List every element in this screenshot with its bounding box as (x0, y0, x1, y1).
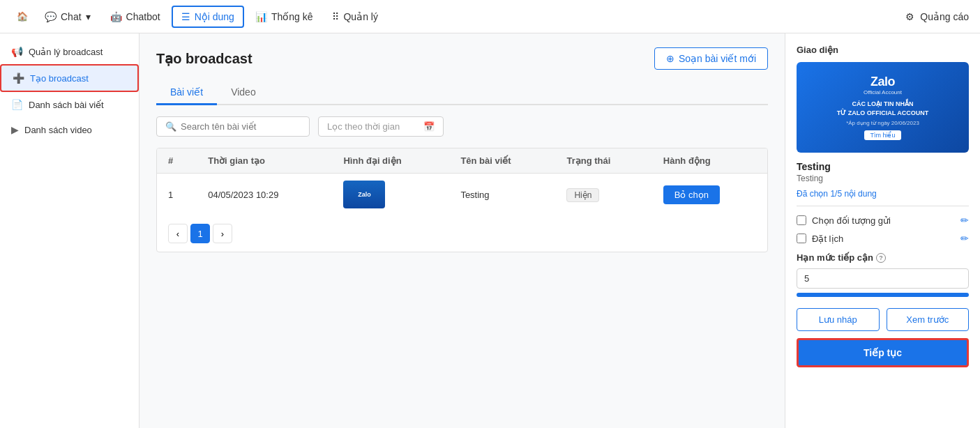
col-date: Thời gian tạo (197, 148, 332, 174)
tab-bai-viet-label: Bài viết (170, 86, 203, 98)
banner-headline-2: TỪ ZALO OFFICIAL ACCOUNT (837, 109, 929, 118)
edit-doi-tuong-icon[interactable]: ✏ (960, 215, 969, 226)
page-title: Tạo broadcast (156, 50, 252, 67)
thong-ke-icon: 📊 (255, 11, 267, 22)
pagination: ‹ 1 › (157, 215, 767, 252)
plus-icon: ⊕ (666, 53, 674, 64)
sidebar-label-bai-viet: Danh sách bài viết (29, 100, 104, 110)
han-muc-input[interactable] (797, 268, 969, 289)
selected-count: Đã chọn 1/5 nội dung (797, 189, 969, 206)
main-content: Tạo broadcast ⊕ Soạn bài viết mới Bài vi… (140, 33, 785, 428)
col-action: Hành động (652, 148, 767, 174)
home-button[interactable]: 🏠 (11, 6, 33, 28)
nav-quan-ly-label: Quản lý (343, 11, 377, 22)
noi-dung-icon: ☰ (181, 11, 190, 22)
selected-suffix: nội dung (844, 189, 876, 199)
banner-btn[interactable]: Tìm hiểu (864, 130, 900, 140)
nav-chat[interactable]: 💬 Chat ▾ (36, 7, 99, 26)
new-article-button[interactable]: ⊕ Soạn bài viết mới (654, 47, 768, 70)
next-icon: › (221, 229, 224, 239)
document-icon: 📄 (11, 99, 23, 110)
nav-quan-ly[interactable]: ⠿ Quản lý (324, 7, 386, 26)
calendar-icon: 📅 (423, 121, 435, 132)
search-input[interactable] (181, 121, 301, 132)
table-header-row: # Thời gian tạo Hình đại diện Tên bài vi… (157, 148, 767, 174)
selected-value: 1/5 (830, 189, 842, 199)
checkbox-row-doi-tuong: Chọn đối tượng gửi ✏ (797, 215, 969, 226)
checkbox-doi-tuong-label: Chọn đối tượng gửi (812, 215, 955, 226)
selected-item-sub: Testing (797, 174, 969, 183)
date-filter-label: Lọc theo thời gian (327, 121, 400, 132)
next-page-button[interactable]: › (213, 224, 232, 243)
sidebar-label-quan-ly: Quản lý broadcast (29, 47, 103, 57)
cell-date: 04/05/2023 10:29 (197, 174, 332, 216)
prev-icon: ‹ (176, 229, 179, 239)
han-muc-title: Hạn mức tiếp cận ? (797, 252, 969, 263)
add-icon: ➕ (13, 72, 24, 84)
banner-brand: Official Account (837, 89, 929, 95)
tab-video-label: Video (231, 86, 256, 98)
nav-chatbot[interactable]: 🤖 Chatbot (102, 7, 169, 26)
col-index: # (157, 148, 197, 174)
video-icon: ▶ (11, 124, 19, 135)
nav-chatbot-label: Chatbot (126, 11, 160, 22)
page-1-label: 1 (197, 229, 202, 239)
han-muc-label: Hạn mức tiếp cận (797, 252, 873, 263)
sidebar-item-danh-sach-bai-viet[interactable]: 📄 Danh sách bài viết (0, 92, 139, 117)
search-icon: 🔍 (165, 121, 176, 132)
save-draft-button[interactable]: Lưu nháp (797, 308, 880, 331)
status-badge: Hiện (566, 188, 599, 202)
sidebar-item-tao-broadcast[interactable]: ➕ Tạo broadcast (0, 64, 139, 92)
nav-chat-label: Chat (61, 11, 82, 22)
chatbot-icon: 🤖 (110, 11, 122, 22)
thumbnail-content: Zalo (343, 181, 385, 208)
chat-arrow-icon: ▾ (86, 11, 91, 22)
col-status: Trạng thái (555, 148, 651, 174)
right-panel: Giao diện Zalo Official Account CÁC LOẠI… (785, 33, 980, 428)
panel-banner: Zalo Official Account CÁC LOẠI TIN NHẮN … (797, 62, 969, 153)
cell-thumbnail: Zalo (332, 174, 449, 216)
checkbox-dat-lich-label: Đặt lịch (812, 234, 955, 244)
main-header: Tạo broadcast ⊕ Soạn bài viết mới (156, 47, 768, 70)
col-title: Tên bài viết (449, 148, 555, 174)
sidebar-label-video: Danh sách video (24, 125, 92, 135)
checkbox-doi-tuong[interactable] (797, 215, 806, 225)
table-row: 1 04/05/2023 10:29 Zalo Testing Hiện (157, 174, 767, 216)
sidebar-item-quan-ly-broadcast[interactable]: 📢 Quản lý broadcast (0, 39, 139, 64)
help-icon[interactable]: ? (876, 253, 886, 263)
zalo-logo-small: Zalo (358, 191, 371, 198)
nav-thong-ke-label: Thống kê (271, 11, 313, 22)
slider-bar[interactable] (797, 293, 969, 297)
cell-article-title: Testing (449, 174, 555, 216)
sidebar-label-tao: Tạo broadcast (30, 73, 89, 84)
article-thumbnail: Zalo (343, 181, 385, 208)
checkbox-row-dat-lich: Đặt lịch ✏ (797, 233, 969, 244)
page-1-button[interactable]: 1 (190, 224, 210, 243)
quang-cao-label: Quảng cáo (920, 11, 969, 22)
nav-thong-ke[interactable]: 📊 Thống kê (247, 7, 322, 26)
tab-bai-viet[interactable]: Bài viết (156, 81, 217, 105)
edit-dat-lich-icon[interactable]: ✏ (960, 233, 969, 244)
broadcast-icon: 📢 (11, 46, 23, 57)
articles-table-container: # Thời gian tạo Hình đại diện Tên bài vi… (156, 148, 768, 252)
nav-noi-dung[interactable]: ☰ Nội dung (172, 6, 244, 28)
preview-button[interactable]: Xem trước (887, 308, 970, 331)
content-tabs: Bài viết Video (156, 81, 768, 105)
tab-video[interactable]: Video (217, 81, 270, 105)
selected-label: Đã chọn (797, 189, 828, 199)
banner-note: *Áp dụng từ ngày 20/06/2023 (837, 120, 929, 126)
continue-button[interactable]: Tiếp tục (797, 338, 969, 367)
banner-zalo-logo: Zalo (837, 75, 929, 89)
deselect-button[interactable]: Bỏ chọn (663, 185, 720, 204)
date-filter[interactable]: Lọc theo thời gian 📅 (318, 116, 444, 137)
checkbox-dat-lich[interactable] (797, 234, 806, 243)
selected-item-title: Testing (797, 161, 969, 172)
col-thumbnail: Hình đại diện (332, 148, 449, 174)
quang-cao-button[interactable]: ⚙ Quảng cáo (905, 11, 969, 22)
cell-index: 1 (157, 174, 197, 216)
panel-actions: Lưu nháp Xem trước (797, 308, 969, 331)
settings-icon: ⚙ (905, 11, 914, 22)
sidebar-item-danh-sach-video[interactable]: ▶ Danh sách video (0, 117, 139, 142)
prev-page-button[interactable]: ‹ (168, 224, 188, 243)
search-box[interactable]: 🔍 (156, 116, 310, 137)
